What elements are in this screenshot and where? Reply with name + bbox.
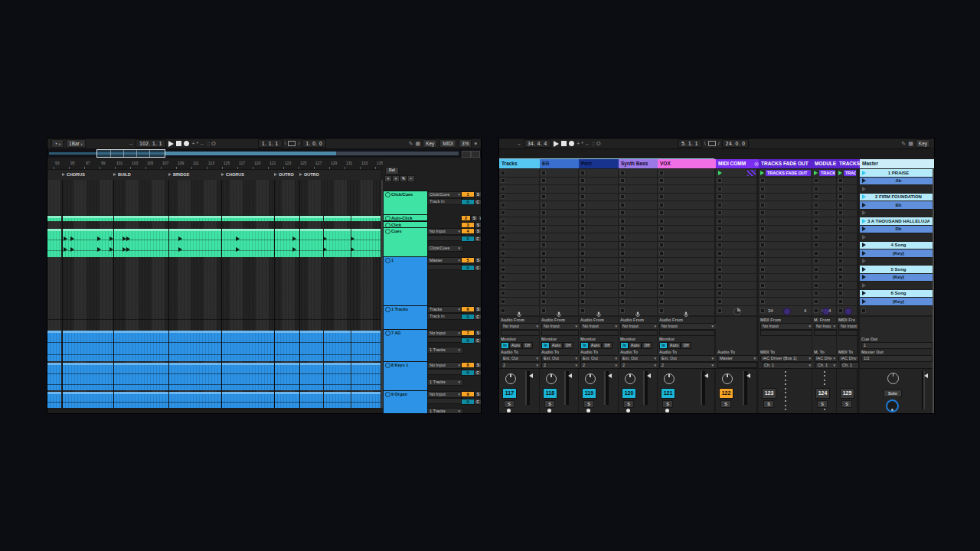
pan-knob[interactable]: [625, 373, 635, 384]
clip-stop-button[interactable]: [839, 179, 842, 182]
clip-slot[interactable]: [499, 169, 539, 177]
clip-slot[interactable]: [499, 201, 539, 209]
clip-slot[interactable]: [619, 217, 657, 225]
track-activator[interactable]: 7: [461, 330, 475, 336]
clip-stop-button[interactable]: [815, 195, 818, 198]
audio-clip[interactable]: [324, 363, 351, 390]
clip-slot[interactable]: [579, 185, 618, 193]
io-chooser[interactable]: IAC Driv: [838, 355, 859, 362]
track-header[interactable]: TRACKS: [837, 159, 861, 168]
audio-clip[interactable]: [351, 392, 381, 408]
locator-marker[interactable]: CHORUS: [221, 172, 244, 177]
stop-all-clips-button[interactable]: [761, 309, 764, 312]
clip-stop-button[interactable]: [621, 204, 624, 207]
key-map-button[interactable]: Key: [423, 139, 437, 148]
clip-stop-button[interactable]: [621, 171, 624, 174]
metronome-button[interactable]: ◔ ▾: [51, 139, 64, 148]
clip-stop-button[interactable]: [718, 220, 721, 223]
clip-stop-button[interactable]: [815, 187, 818, 191]
clip-stop-button[interactable]: [581, 204, 584, 207]
clip-stop-button[interactable]: [718, 276, 721, 279]
solo-button[interactable]: S: [504, 400, 514, 408]
clip-slot[interactable]: [716, 210, 756, 217]
solo-button[interactable]: S: [475, 330, 481, 336]
clip-stop-button[interactable]: [815, 268, 818, 271]
clip-stop-button[interactable]: [542, 284, 545, 287]
clip-slot[interactable]: [658, 233, 714, 241]
solo-button[interactable]: S: [475, 191, 481, 197]
play-button[interactable]: [554, 141, 559, 147]
clip-slot[interactable]: [619, 201, 657, 209]
clip-stop-button[interactable]: [839, 300, 842, 303]
solo-button[interactable]: S: [475, 391, 481, 397]
arrangement-canvas[interactable]: [47, 180, 381, 408]
io-chooser[interactable]: ▼Ext. Out: [659, 355, 717, 362]
clip-stop-button[interactable]: [542, 187, 545, 191]
routing-chooser[interactable]: ▼Tracks: [427, 306, 463, 313]
clip-slot[interactable]: [759, 178, 812, 185]
clip-stop-button[interactable]: [660, 179, 663, 182]
solo-button[interactable]: S: [583, 400, 594, 408]
overview-zoom-button[interactable]: [471, 151, 480, 158]
clip-slot[interactable]: [619, 258, 657, 266]
clip-slot[interactable]: TRACKS: [812, 169, 836, 177]
clip-slot[interactable]: [619, 210, 657, 217]
clip-stop-button[interactable]: [542, 243, 545, 246]
cue-volume-knob[interactable]: [886, 399, 899, 412]
key-map-button[interactable]: Key: [916, 139, 930, 148]
monitor-off-button[interactable]: Off: [642, 342, 652, 349]
clip-slot[interactable]: [716, 169, 756, 177]
track-fold-icon[interactable]: [385, 258, 390, 263]
scene-slot[interactable]: (Key): [860, 298, 933, 305]
clip-slot[interactable]: [716, 298, 756, 305]
clip-stop-button[interactable]: [815, 243, 818, 246]
clip-stop-button[interactable]: [815, 211, 818, 214]
crossfade-button[interactable]: C: [474, 337, 481, 344]
clip-slot[interactable]: [499, 274, 539, 282]
volume-fader-handle[interactable]: [746, 373, 750, 378]
clip-stop-button[interactable]: [660, 171, 663, 174]
clip-slot[interactable]: [812, 274, 836, 282]
clip-slot[interactable]: [579, 226, 618, 233]
clip-slot[interactable]: [837, 178, 857, 185]
routing-chooser[interactable]: ▼1 Tracks: [427, 408, 463, 413]
clip-slot[interactable]: [540, 282, 578, 289]
volume-fader-track[interactable]: [606, 371, 607, 405]
monitor-auto-button[interactable]: Auto: [589, 342, 602, 349]
cues-clip[interactable]: [324, 229, 351, 257]
clip-stop-button[interactable]: [621, 300, 624, 303]
clip-stop-button[interactable]: [839, 220, 842, 223]
clip-stop-button[interactable]: [718, 187, 721, 191]
clip-stop-button[interactable]: [581, 195, 584, 198]
clip-slot[interactable]: [540, 290, 578, 298]
loop-length[interactable]: 1. 0. 0: [302, 139, 326, 148]
clip-slot[interactable]: [716, 282, 756, 289]
crossfade-button[interactable]: C: [474, 370, 481, 376]
stop-all-clips-button[interactable]: [862, 309, 865, 312]
clip-stop-button[interactable]: [660, 259, 663, 262]
clip-stop-button[interactable]: [581, 292, 584, 295]
clip-slot[interactable]: [812, 210, 836, 217]
draw-mode-icon[interactable]: ✎: [901, 140, 906, 147]
io-chooser[interactable]: ▼Ext. Out: [541, 355, 580, 362]
clip-slot[interactable]: [837, 233, 857, 241]
clip-stop-button[interactable]: [718, 284, 721, 287]
clip-stop-button[interactable]: [839, 195, 842, 198]
clip-stop-button[interactable]: [761, 220, 764, 223]
track-header[interactable]: Perc: [579, 159, 622, 168]
clip-stop-button[interactable]: [501, 259, 505, 262]
monitor-in-button[interactable]: In: [580, 342, 589, 349]
stop-all-clips-button[interactable]: [621, 309, 624, 312]
cue-out-chooser[interactable]: 1: [861, 342, 933, 349]
clip-slot[interactable]: [812, 233, 836, 241]
clip-slot[interactable]: [759, 282, 812, 289]
routing-box[interactable]: Track In: [427, 313, 463, 320]
auto-click-clip[interactable]: [324, 216, 351, 221]
clip-stop-button[interactable]: [501, 268, 505, 271]
clip-slot[interactable]: [716, 242, 756, 249]
clip-slot[interactable]: [619, 274, 657, 282]
scene-slot[interactable]: 2 FIRM FOUNDATION: [860, 194, 933, 201]
loop-length[interactable]: 24. 0. 0: [722, 139, 750, 148]
clip-slot[interactable]: [499, 194, 539, 201]
track-activator[interactable]: 6: [461, 306, 475, 312]
